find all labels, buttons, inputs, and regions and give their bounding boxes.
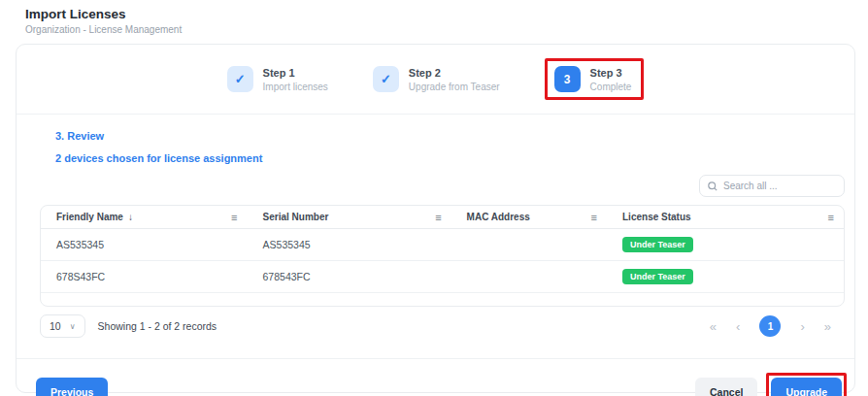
search-input[interactable] — [723, 181, 836, 191]
stepper: ✓ Step 1 Import licenses ✓ Step 2 Upgrad… — [17, 45, 854, 115]
step-3-label: Step 3 — [590, 67, 632, 79]
table-row: 678S43FC 678543FC Under Teaser — [41, 261, 844, 293]
column-header-mac-address[interactable]: MAC Address ≡ — [451, 206, 607, 228]
pagination-row: 10 ∨ Showing 1 - 2 of 2 records « ‹ 1 › … — [40, 314, 845, 338]
next-page-button[interactable]: › — [800, 320, 804, 333]
step-2-sublabel: Upgrade from Teaser — [409, 82, 500, 92]
last-page-button[interactable]: » — [824, 320, 831, 333]
breadcrumb: Organization - License Management — [25, 24, 868, 35]
column-menu-icon[interactable]: ≡ — [231, 212, 237, 223]
annotation-box-step3: 3 Step 3 Complete — [545, 58, 645, 100]
previous-button[interactable]: Previous — [36, 378, 108, 396]
column-label: Friendly Name — [56, 212, 123, 222]
column-menu-icon[interactable]: ≡ — [828, 212, 834, 223]
step-2-label: Step 2 — [409, 67, 500, 79]
pager: « ‹ 1 › » — [710, 315, 845, 337]
check-icon: ✓ — [227, 66, 253, 92]
first-page-button[interactable]: « — [710, 320, 717, 333]
search-row — [17, 164, 854, 205]
step-3-number: 3 — [554, 66, 581, 92]
step-3-sublabel: Complete — [590, 82, 632, 92]
column-label: Serial Number — [263, 212, 329, 222]
search-box[interactable] — [699, 175, 845, 197]
annotation-box-upgrade: Upgrade — [766, 373, 847, 396]
stepper-step-2[interactable]: ✓ Step 2 Upgrade from Teaser — [373, 66, 500, 92]
review-subheading: 2 devices chosen for license assignment — [55, 152, 831, 164]
page-size-value: 10 — [50, 320, 61, 332]
license-status-badge: Under Teaser — [622, 269, 693, 284]
column-label: License Status — [622, 212, 691, 222]
pagination-summary: Showing 1 - 2 of 2 records — [98, 320, 217, 332]
stepper-step-1[interactable]: ✓ Step 1 Import licenses — [227, 66, 328, 92]
page-size-select[interactable]: 10 ∨ — [40, 314, 85, 338]
column-label: MAC Address — [467, 212, 530, 222]
cell-friendly-name: AS535345 — [41, 239, 248, 250]
table-spacer — [41, 293, 844, 306]
cell-serial-number: AS535345 — [248, 239, 451, 250]
review-section: 3. Review 2 devices chosen for license a… — [17, 115, 854, 164]
review-heading: 3. Review — [55, 130, 831, 142]
current-page-button[interactable]: 1 — [759, 315, 781, 337]
column-menu-icon[interactable]: ≡ — [591, 212, 597, 223]
cancel-button[interactable]: Cancel — [695, 378, 757, 396]
devices-table: Friendly Name ↓ ≡ Serial Number ≡ MAC Ad… — [40, 205, 845, 307]
search-icon — [708, 182, 718, 191]
column-header-serial-number[interactable]: Serial Number ≡ — [248, 206, 451, 228]
page-title: Import Licenses — [25, 7, 868, 21]
wizard-card: ✓ Step 1 Import licenses ✓ Step 2 Upgrad… — [16, 44, 855, 393]
cell-friendly-name: 678S43FC — [41, 271, 248, 282]
previous-page-button[interactable]: ‹ — [736, 320, 740, 333]
stepper-step-3[interactable]: 3 Step 3 Complete — [554, 66, 632, 92]
sort-desc-icon: ↓ — [128, 212, 133, 222]
column-menu-icon[interactable]: ≡ — [435, 212, 441, 223]
table-header-row: Friendly Name ↓ ≡ Serial Number ≡ MAC Ad… — [41, 206, 844, 229]
cell-serial-number: 678543FC — [248, 271, 451, 282]
upgrade-button[interactable]: Upgrade — [771, 378, 842, 396]
step-1-sublabel: Import licenses — [263, 82, 328, 92]
table-row: AS535345 AS535345 Under Teaser — [41, 229, 844, 261]
footer: Previous Cancel Upgrade — [17, 359, 854, 396]
column-header-friendly-name[interactable]: Friendly Name ↓ ≡ — [41, 206, 248, 228]
page-header: Import Licenses Organization - License M… — [0, 0, 868, 35]
check-icon: ✓ — [373, 66, 399, 92]
column-header-license-status[interactable]: License Status ≡ — [607, 206, 844, 228]
chevron-down-icon: ∨ — [70, 322, 76, 331]
step-1-label: Step 1 — [263, 67, 328, 79]
license-status-badge: Under Teaser — [622, 237, 693, 252]
